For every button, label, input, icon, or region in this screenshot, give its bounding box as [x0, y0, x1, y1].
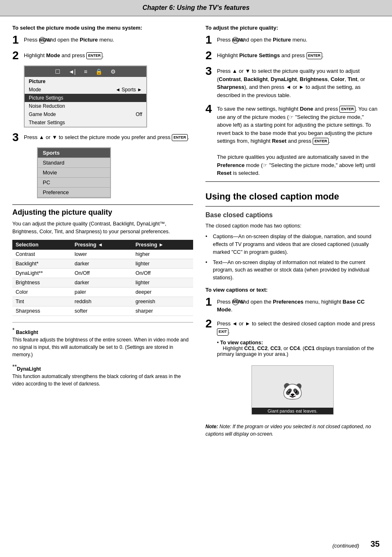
menu-icon-v1: MENU — [232, 299, 239, 305]
adjust-quality-heading: To adjust the picture quality: — [205, 25, 380, 31]
enter-icon-1: ENTER — [86, 52, 102, 60]
step1-bold: Picture — [80, 37, 98, 43]
dropdown-item-sports: Sports — [38, 148, 110, 158]
caption-image-container: 🐼 Giant pandas eat leaves. — [205, 361, 380, 419]
left-step1: 1 Press MENU and open the Picture menu. — [12, 34, 193, 46]
step2-content: Highlight Mode and press ENTER. — [24, 50, 104, 60]
adj-quality-section-title: Adjusting the picture quality — [12, 204, 193, 217]
chapter-title: Chapter 6: Using the TV's features — [143, 4, 250, 11]
note-text: Note: Note: If the program or video you … — [205, 423, 380, 438]
dropdown-item-movie: Movie — [38, 168, 110, 178]
menu-icon-sound: ◄| — [69, 68, 76, 75]
footnote-section: * Backlight This feature adjusts the bri… — [12, 322, 193, 388]
v-step-number-1: 1 — [205, 296, 214, 308]
table-row: Colorpalerdeeper — [12, 287, 193, 297]
dropdown-item-pc: PC — [38, 178, 110, 188]
right-step1: 1 Press MENU and open the Picture menu. — [205, 34, 380, 46]
enter-icon-r2: ENTER — [307, 52, 323, 60]
r-step2-content: Highlight Picture Settings and press ENT… — [217, 50, 324, 60]
bullet-dot-1: • — [205, 233, 211, 256]
menu-item-game-mode: Game Mode Off — [25, 110, 146, 118]
table-container: Selection Pressing ◄ Pressing ► Contrast… — [12, 240, 193, 316]
menu-icon-picture: ☐ — [55, 68, 60, 75]
left-step2: 2 Highlight Mode and press ENTER. — [12, 50, 193, 61]
r-step4-content: To save the new settings, highlight Done… — [217, 103, 380, 177]
chapter-header: Chapter 6: Using the TV's features — [0, 0, 392, 16]
bullet-text: • Text—An on-screen display of informati… — [205, 259, 380, 282]
enter-icon-r4: ENTER — [339, 106, 355, 113]
r-step-number-1: 1 — [205, 34, 214, 46]
caption-text-bar: Giant pandas eat leaves. — [252, 408, 333, 414]
menu-icon-r1: MENU — [232, 37, 239, 44]
base-cc-body: The closed caption mode has two options: — [205, 222, 380, 230]
footnote-dynalight: **DynaLight This function automatically … — [12, 362, 193, 388]
page-number: 35 — [371, 539, 380, 549]
v-step2-content: Press ◄ or ► to select the desired close… — [217, 318, 380, 336]
menu-item-noise-reduction: Noise Reduction — [25, 102, 146, 110]
menu-icon-setup: ≡ — [84, 68, 87, 75]
v-step-number-2: 2 — [205, 318, 214, 330]
view-step2: 2 Press ◄ or ► to select the desired clo… — [205, 318, 380, 336]
step-number-3: 3 — [12, 132, 21, 143]
menu-icon-lock: 🔒 — [95, 68, 102, 75]
dropdown-box: Sports Standard Movie PC Preference — [37, 147, 111, 198]
enter-icon-2: ENTER — [172, 134, 188, 142]
continued-label: (continued) — [332, 543, 359, 549]
menu-item-theater-settings: Theater Settings — [25, 118, 146, 127]
r-step-number-4: 4 — [205, 103, 214, 115]
view-captions-heading: To view captions or text: — [205, 287, 380, 293]
right-step3: 3 Press ▲ or ▼ to select the picture qua… — [205, 65, 380, 99]
col-pressing-right: Pressing ► — [132, 240, 193, 250]
r-step-number-3: 3 — [205, 65, 214, 77]
exit-icon-v2: EXIT — [217, 328, 228, 336]
right-column: To adjust the picture quality: 1 Press M… — [205, 25, 380, 438]
r-step3-content: Press ▲ or ▼ to select the picture quali… — [217, 65, 380, 99]
r-step1-content: Press MENU and open the Picture menu. — [217, 34, 307, 44]
select-mode-heading: To select the picture mode using the men… — [12, 25, 193, 31]
table-row: Backlight*darkerlighter — [12, 259, 193, 268]
right-step2: 2 Highlight Picture Settings and press E… — [205, 50, 380, 61]
bullet-dot-2: • — [205, 259, 211, 282]
menu-item-mode: Mode ◄ Sports ► — [25, 86, 146, 94]
col-pressing-left: Pressing ◄ — [71, 240, 132, 250]
panda-art: 🐼 — [252, 375, 333, 408]
v-step1-content: Press MENU and open the Preferences menu… — [217, 296, 380, 314]
footnote-dynalight-text: This function automatically strengthens … — [12, 374, 181, 387]
caption-image: 🐼 Giant pandas eat leaves. — [251, 365, 334, 415]
footnote-backlight: * Backlight This feature adjusts the bri… — [12, 326, 193, 358]
base-cc-title: Base closed captions — [205, 211, 380, 219]
dropdown-item-preference: Preference — [38, 188, 110, 197]
step3-content: Press ▲ or ▼ to select the picture mode … — [24, 132, 189, 142]
left-column: To select the picture mode using the men… — [12, 25, 193, 438]
table-row: Contrastlowerhigher — [12, 250, 193, 259]
table-row: DynaLight**On/OffOn/Off — [12, 268, 193, 278]
footnote-backlight-text: This feature adjusts the brightness of t… — [12, 337, 189, 357]
tv-menu-box: ☐ ◄| ≡ 🔒 ⚙ Picture Mode ◄ Sports ► Pictu… — [24, 65, 147, 128]
right-step4: 4 To save the new settings, highlight Do… — [205, 103, 380, 177]
closed-caption-title: Using the closed caption mode — [205, 188, 380, 202]
page: Chapter 6: Using the TV's features To se… — [0, 0, 392, 557]
menu-icon-1: MENU — [39, 37, 46, 44]
adj-quality-body: You can adjust the picture quality (Cont… — [12, 220, 193, 236]
table-row: Tintreddishgreenish — [12, 297, 193, 306]
divider2 — [205, 206, 380, 207]
view-step1: 1 Press MENU and open the Preferences me… — [205, 296, 380, 314]
step2-mode-bold: Mode — [46, 52, 60, 58]
menu-label-picture: Picture — [25, 77, 146, 86]
step-number-1: 1 — [12, 34, 21, 46]
step-number-2: 2 — [12, 50, 21, 61]
table-row: Sharpnesssoftersharper — [12, 306, 193, 316]
table-row: Brightnessdarkerlighter — [12, 278, 193, 287]
divider — [205, 181, 380, 182]
menu-icon-gear: ⚙ — [111, 68, 116, 75]
view-captions-sub-heading: • To view captions: Highlight CC1, CC2, … — [217, 340, 380, 357]
left-step3: 3 Press ▲ or ▼ to select the picture mod… — [12, 132, 193, 143]
col-selection: Selection — [12, 240, 71, 250]
enter-icon-r4b: ENTER — [313, 138, 329, 145]
r-step-number-2: 2 — [205, 50, 214, 61]
content-area: To select the picture mode using the men… — [0, 16, 392, 446]
settings-table: Selection Pressing ◄ Pressing ► Contrast… — [12, 240, 193, 316]
bullet-captions: • Captions—An on-screen display of the d… — [205, 233, 380, 256]
step1-content: Press MENU and open the Picture menu. — [24, 34, 114, 44]
menu-item-picture-settings: Picture Settings — [25, 94, 146, 102]
